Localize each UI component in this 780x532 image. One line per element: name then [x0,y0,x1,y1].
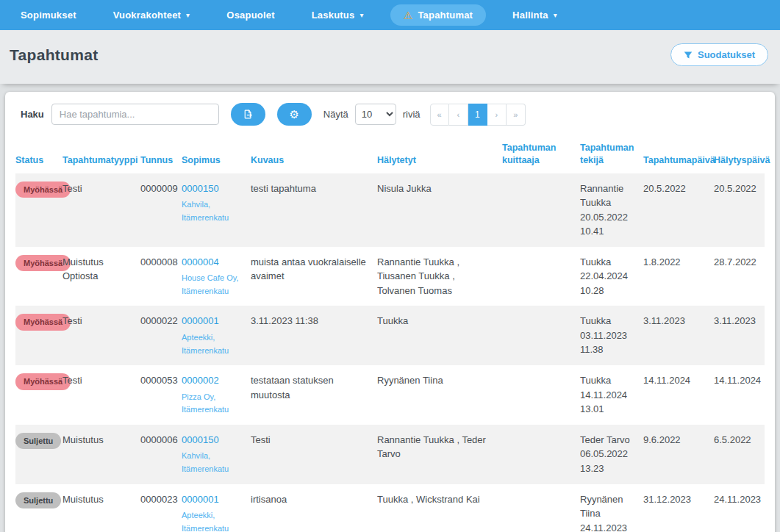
cell-alerted: Tuukka , Wickstrand Kai [377,484,502,532]
contract-subtitle[interactable]: Apteekki,Itämerenkatu [182,509,243,532]
cell-id: 0000022 [140,306,182,365]
contract-subtitle[interactable]: Kahvila,Itämerenkatu [182,198,243,224]
column-header-tapahtumapaiva[interactable]: Tapahtumapäivä [643,134,714,173]
contract-link[interactable]: 0000004 [182,255,219,270]
cell-contract: 0000001 Apteekki,Itämerenkatu [182,484,251,532]
cell-contract: 0000001 Apteekki,Itämerenkatu [182,306,251,365]
contract-link[interactable]: 0000150 [182,181,219,196]
export-button[interactable] [231,103,265,126]
cell-description: muista antaa vuokralaiselle avaimet [251,247,377,306]
column-header-halytyspaiva[interactable]: Hälytyspäivä [714,134,765,173]
filters-button-label: Suodatukset [698,49,755,60]
nav-item-label: Laskutus [312,10,355,21]
nav-item-sopimukset[interactable]: Sopimukset [10,4,87,26]
cell-event-date: 31.12.2023 [643,484,714,532]
cell-contract: 0000150 Kahvila,Itämerenkatu [182,425,251,484]
cell-acknowledger [502,425,580,484]
cell-alerted: Nisula Jukka [377,173,502,247]
column-header-kuvaus[interactable]: Kuvaus [251,134,377,173]
cell-creator: Ryynänen Tiina 24.11.2023 09.10 [580,484,643,532]
nav-item-laskutus[interactable]: Laskutus ▾ [301,4,374,26]
table-row: Myöhässä Testi 0000022 0000001 Apteekki,… [15,306,765,365]
contract-subtitle[interactable]: House Cafe Oy,Itämerenkatu [182,272,243,298]
cell-creator: Tuukka 22.04.2024 10.28 [580,247,643,306]
cell-alert-date: 3.11.2023 [714,306,765,365]
contract-link[interactable]: 0000001 [182,314,219,328]
cell-contract: 0000004 House Cafe Oy,Itämerenkatu [182,247,251,306]
column-header-tapahtuman-kuittaaja[interactable]: Tapahtuman kuittaaja [502,134,580,173]
column-header-tapahtuman-tekija[interactable]: Tapahtuman tekijä [580,134,643,173]
cell-alerted: Rannantie Tuukka , Teder Tarvo [377,425,502,484]
rows-per-page-select[interactable]: 10 [355,104,396,125]
warning-triangle-icon: ⚠ [404,10,413,21]
cell-status: Myöhässä [15,247,62,306]
cell-acknowledger [502,247,580,306]
page-header: Tapahtumat Suodatukset [0,30,780,84]
cell-alerted: Rannantie Tuukka , Tiusanen Tuukka , Tol… [377,247,502,306]
file-export-icon [243,109,254,120]
cell-alert-date: 24.11.2023 [714,484,765,532]
search-input[interactable] [51,104,219,125]
cell-creator: Teder Tarvo 06.05.2022 13.23 [580,425,643,484]
pagination-page-1-button[interactable]: 1 [468,104,487,126]
contract-subtitle[interactable]: Kahvila,Itämerenkatu [182,450,243,475]
chevron-down-icon: ▾ [554,12,557,19]
cell-event-type: Muistutus [62,425,140,484]
column-header-tunnus[interactable]: Tunnus [140,134,182,173]
cell-id: 0000023 [140,484,182,532]
cell-status: Suljettu [15,425,62,484]
page: Sopimukset Vuokrakohteet ▾ Osapuolet Las… [0,0,780,532]
contract-subtitle[interactable]: Pizza Oy,Itämerenkatu [182,391,243,417]
table-row: Suljettu Muistutus 0000006 0000150 Kahvi… [15,425,765,484]
nav-item-label: Tapahtumat [418,10,473,21]
contract-subtitle[interactable]: Apteekki,Itämerenkatu [182,331,243,357]
cell-event-date: 1.8.2022 [643,247,714,306]
nav-item-vuokrakohteet[interactable]: Vuokrakohteet ▾ [103,4,201,26]
cell-event-date: 20.5.2022 [643,173,714,247]
cell-event-date: 3.11.2023 [643,306,714,365]
pagination-last-button[interactable]: » [507,104,526,126]
cell-event-date: 9.6.2022 [643,425,714,484]
settings-button[interactable]: ⚙ [277,103,312,126]
cell-creator: Tuukka 14.11.2024 13.01 [580,365,643,425]
contract-link[interactable]: 0000150 [182,433,219,447]
table-row: Myöhässä Muistutus Optiosta 0000008 0000… [15,247,765,306]
table-row: Myöhässä Testi 0000009 0000150 Kahvila,I… [15,173,765,247]
cell-description: Testi [251,425,377,484]
nav-item-osapuolet[interactable]: Osapuolet [216,4,285,26]
cell-acknowledger [502,365,580,425]
contract-link[interactable]: 0000002 [182,373,219,388]
nav-item-tapahtumat-active[interactable]: ⚠ Tapahtumat [390,4,486,26]
cell-event-type: Testi [62,306,140,365]
cell-description: testataan statuksen muutosta [251,365,377,425]
cell-event-type: Testi [62,173,140,247]
cell-status: Myöhässä [15,173,62,247]
search-label: Haku [21,109,44,120]
status-badge: Suljettu [15,492,61,509]
pagination-next-button[interactable]: › [487,104,507,126]
cell-alert-date: 28.7.2022 [714,247,765,306]
cell-acknowledger [502,306,580,365]
cell-status: Myöhässä [15,306,62,365]
column-header-halytetyt[interactable]: Hälytetyt [377,134,502,173]
column-header-status[interactable]: Status [15,134,62,173]
cell-description: testi tapahtuma [251,173,377,247]
nav-item-label: Vuokrakohteet [113,10,181,21]
top-nav: Sopimukset Vuokrakohteet ▾ Osapuolet Las… [0,0,780,30]
cell-alerted: Ryynänen Tiina [377,365,502,425]
nav-item-hallinta[interactable]: Hallinta ▾ [502,4,568,26]
cell-creator: Rannantie Tuukka 20.05.2022 10.41 [580,173,643,247]
pagination-first-button[interactable]: « [430,104,449,126]
cell-alerted: Tuukka [377,306,502,365]
nav-item-label: Osapuolet [226,10,274,21]
column-header-sopimus[interactable]: Sopimus [182,134,251,173]
contract-link[interactable]: 0000001 [182,492,219,507]
events-table: Status Tapahtumatyyppi Tunnus Sopimus Ku… [15,134,765,532]
pagination-prev-button[interactable]: ‹ [449,104,468,126]
cell-description: 3.11.2023 11:38 [251,306,377,365]
cell-contract: 0000150 Kahvila,Itämerenkatu [182,173,251,247]
cell-event-type: Muistutus Optiosta [62,247,140,306]
filters-button[interactable]: Suodatukset [670,43,768,66]
column-header-tapahtumatyyppi[interactable]: Tapahtumatyyppi [62,134,140,173]
chevron-down-icon: ▾ [359,12,363,19]
